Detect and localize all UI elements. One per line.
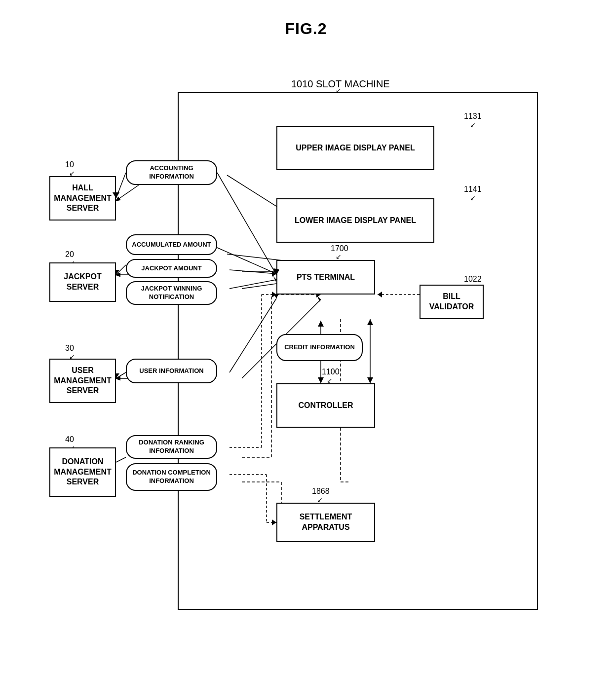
ref-20: 20 — [65, 250, 74, 259]
donation-server-box: DONATION MANAGEMENT SERVER — [49, 447, 116, 497]
ref-1131-arrow: ↙ — [470, 121, 476, 129]
ref-1700: 1700 — [331, 244, 348, 253]
ref-30: 30 — [65, 344, 74, 353]
ref-10: 10 — [65, 160, 74, 169]
svg-line-28 — [116, 173, 126, 198]
svg-line-32 — [116, 265, 126, 275]
ref-1131: 1131 — [464, 112, 482, 121]
accounting-info-pill: ACCOUNTING INFORMATION — [126, 160, 217, 185]
jackpot-amount-pill: JACKPOT AMOUNT — [126, 259, 217, 278]
lower-panel-box: LOWER IMAGE DISPLAY PANEL — [276, 198, 434, 243]
upper-panel-box: UPPER IMAGE DISPLAY PANEL — [276, 126, 434, 170]
svg-line-42 — [116, 372, 126, 378]
donation-ranking-pill: DONATION RANKING INFORMATION — [126, 435, 217, 459]
jackpot-server-box: JACKPOT SERVER — [49, 262, 116, 302]
user-server-box: USER MANAGEMENT SERVER — [49, 359, 116, 403]
controller-box: CONTROLLER — [276, 383, 375, 428]
ref-1141-arrow: ↙ — [470, 194, 476, 202]
ref-1100: 1100 — [322, 368, 340, 376]
ref-40: 40 — [65, 435, 74, 444]
settlement-box: SETTLEMENT APPARATUS — [276, 503, 375, 542]
hall-server-box: HALL MANAGEMENT SERVER — [49, 176, 116, 221]
ref-1700-arrow: ↙ — [336, 253, 342, 260]
page-title: FIG.2 — [0, 0, 612, 38]
ref-1022: 1022 — [464, 275, 482, 284]
bill-validator-box: BILL VALIDATOR — [420, 285, 484, 319]
donation-completion-pill: DONATION COMPLETION INFORMATION — [126, 463, 217, 491]
accumulated-amount-pill: ACCUMULATED AMOUNT — [126, 234, 217, 255]
pts-terminal-box: PTS TERMINAL — [276, 260, 375, 295]
user-info-pill: USER INFORMATION — [126, 359, 217, 383]
credit-info-pill: CREDIT INFORMATION — [276, 334, 363, 361]
slot-machine-ref-arrow: ↙ — [336, 86, 342, 94]
svg-line-52 — [116, 457, 126, 462]
ref-1868: 1868 — [312, 487, 330, 496]
ref-1141: 1141 — [464, 185, 482, 194]
jackpot-winning-pill: JACKPOT WINNING NOTIFICATION — [126, 281, 217, 305]
